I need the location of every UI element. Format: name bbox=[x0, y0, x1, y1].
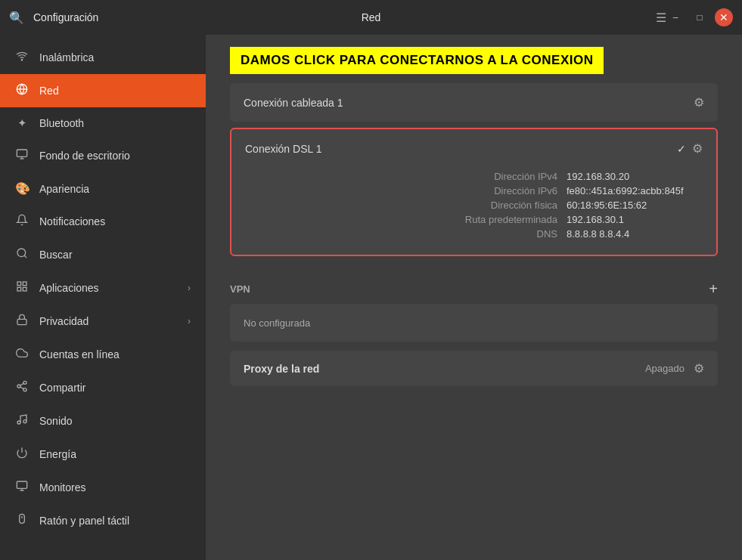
close-button[interactable]: ✕ bbox=[715, 8, 733, 26]
ipv4-value: 192.168.30.20 bbox=[567, 171, 703, 182]
display-icon bbox=[15, 480, 29, 495]
detail-row-dns: DNS 8.8.8.8 8.8.4.4 bbox=[245, 228, 703, 240]
sidebar-item-energia[interactable]: Energía bbox=[0, 438, 206, 471]
sidebar-label-inalambrica: Inalámbrica bbox=[39, 51, 94, 63]
dsl-gear-icon[interactable]: ⚙ bbox=[692, 141, 703, 156]
share-icon bbox=[15, 380, 29, 395]
mac-label: Dirección física bbox=[436, 200, 557, 211]
svg-rect-8 bbox=[17, 282, 21, 286]
sidebar-label-red: Red bbox=[39, 85, 59, 97]
wired-connection-card[interactable]: Conexión cableada 1 ⚙ bbox=[230, 83, 718, 122]
sidebar-item-bluetooth[interactable]: ✦ Bluetooth bbox=[0, 107, 206, 139]
sidebar-label-fondo: Fondo de escritorio bbox=[39, 150, 130, 162]
wired-connection-title: Conexión cableada 1 bbox=[244, 97, 694, 109]
sidebar-item-monitores[interactable]: Monitores bbox=[0, 471, 206, 504]
chevron-privacidad-icon: › bbox=[188, 316, 191, 326]
dsl-connection-header[interactable]: Conexión DSL 1 ✓ ⚙ bbox=[231, 129, 716, 168]
sidebar-item-compartir[interactable]: Compartir bbox=[0, 371, 206, 404]
svg-rect-12 bbox=[17, 319, 26, 324]
svg-point-15 bbox=[23, 388, 26, 391]
globe-icon bbox=[15, 83, 29, 98]
svg-rect-21 bbox=[17, 481, 26, 488]
menu-icon[interactable]: ☰ bbox=[656, 11, 666, 25]
vpn-add-button[interactable]: + bbox=[709, 280, 718, 298]
vpn-label: VPN bbox=[230, 283, 709, 295]
dns-label: DNS bbox=[436, 228, 557, 240]
sidebar-label-aplicaciones: Aplicaciones bbox=[39, 282, 99, 294]
ipv6-value: fe80::451a:6992:acbb:845f bbox=[567, 185, 703, 196]
sidebar-item-buscar[interactable]: Buscar bbox=[0, 238, 206, 271]
app-title: Configuración bbox=[33, 11, 656, 23]
main-layout: Inalámbrica Red ✦ Bluetooth Fondo de esc… bbox=[0, 35, 742, 560]
mac-value: 60:18:95:6E:15:62 bbox=[567, 200, 703, 211]
proxy-label: Proxy de la red bbox=[244, 363, 645, 375]
detail-row-mac: Dirección física 60:18:95:6E:15:62 bbox=[245, 200, 703, 211]
sidebar-item-cuentas[interactable]: Cuentas en línea bbox=[0, 338, 206, 371]
wired-gear-icon[interactable]: ⚙ bbox=[694, 95, 704, 110]
sidebar-label-apariencia: Apariencia bbox=[39, 183, 89, 195]
sidebar-label-privacidad: Privacidad bbox=[39, 315, 88, 327]
svg-rect-24 bbox=[20, 514, 25, 523]
svg-point-6 bbox=[17, 249, 26, 257]
sidebar-item-aplicaciones[interactable]: Aplicaciones › bbox=[0, 271, 206, 305]
sidebar-item-privacidad[interactable]: Privacidad › bbox=[0, 305, 206, 338]
sidebar-label-buscar: Buscar bbox=[39, 249, 73, 261]
appearance-icon: 🎨 bbox=[15, 181, 29, 196]
svg-point-14 bbox=[17, 385, 20, 388]
monitor-icon bbox=[15, 148, 29, 163]
cloud-icon bbox=[15, 347, 29, 362]
lock-icon bbox=[15, 314, 29, 329]
dsl-connection-details: Dirección IPv4 192.168.30.20 Dirección I… bbox=[231, 168, 716, 255]
annotation-banner: DAMOS CLICK PARA CONECTARNOS A LA CONEXI… bbox=[230, 47, 604, 74]
content-area: DAMOS CLICK PARA CONECTARNOS A LA CONEXI… bbox=[206, 35, 742, 560]
maximize-button[interactable]: □ bbox=[691, 8, 709, 26]
sidebar-item-fondo[interactable]: Fondo de escritorio bbox=[0, 139, 206, 172]
sidebar-item-apariencia[interactable]: 🎨 Apariencia bbox=[0, 172, 206, 205]
dns-value: 8.8.8.8 8.8.4.4 bbox=[567, 228, 703, 240]
sidebar-item-sonido[interactable]: Sonido bbox=[0, 404, 206, 438]
window-controls: – □ ✕ bbox=[666, 8, 733, 26]
search-sidebar-icon bbox=[15, 247, 29, 262]
vpn-section-header: VPN + bbox=[230, 268, 718, 304]
svg-rect-3 bbox=[17, 150, 26, 156]
sidebar-label-energia: Energía bbox=[39, 448, 76, 460]
grid-icon bbox=[15, 280, 29, 295]
proxy-status: Apagado bbox=[645, 363, 685, 374]
vpn-not-configured-text: No configurada bbox=[244, 317, 310, 329]
svg-point-19 bbox=[23, 420, 26, 423]
sidebar-item-notificaciones[interactable]: Notificaciones bbox=[0, 205, 206, 238]
bell-icon bbox=[15, 214, 29, 229]
checkmark-icon: ✓ bbox=[677, 143, 686, 155]
proxy-card[interactable]: Proxy de la red Apagado ⚙ bbox=[230, 351, 718, 386]
dsl-connection-card[interactable]: Conexión DSL 1 ✓ ⚙ Dirección IPv4 192.16… bbox=[230, 128, 718, 256]
sidebar-item-inalambrica[interactable]: Inalámbrica bbox=[0, 41, 206, 74]
sidebar-label-monitores: Monitores bbox=[39, 481, 85, 493]
sidebar-label-cuentas: Cuentas en línea bbox=[39, 348, 120, 360]
sidebar-item-red[interactable]: Red bbox=[0, 74, 206, 107]
proxy-gear-icon[interactable]: ⚙ bbox=[694, 361, 704, 376]
wired-connection-header[interactable]: Conexión cableada 1 ⚙ bbox=[230, 83, 718, 122]
sidebar-item-raton[interactable]: Ratón y panel táctil bbox=[0, 504, 206, 537]
svg-rect-11 bbox=[17, 287, 21, 291]
sidebar-label-raton: Ratón y panel táctil bbox=[39, 515, 129, 527]
svg-point-0 bbox=[21, 60, 22, 60]
chevron-aplicaciones-icon: › bbox=[188, 283, 191, 293]
sidebar-label-notificaciones: Notificaciones bbox=[39, 215, 105, 227]
mouse-icon bbox=[15, 513, 29, 528]
bluetooth-icon: ✦ bbox=[15, 116, 29, 130]
search-icon[interactable]: 🔍 bbox=[9, 11, 24, 25]
svg-line-17 bbox=[20, 383, 24, 385]
ipv6-label: Dirección IPv6 bbox=[436, 185, 557, 196]
gateway-value: 192.168.30.1 bbox=[567, 214, 703, 225]
titlebar: 🔍 Configuración ☰ Red – □ ✕ bbox=[0, 0, 742, 35]
gateway-label: Ruta predeterminada bbox=[436, 214, 557, 225]
svg-rect-9 bbox=[23, 282, 26, 286]
svg-line-7 bbox=[24, 255, 26, 258]
ipv4-label: Dirección IPv4 bbox=[436, 171, 557, 182]
sidebar: Inalámbrica Red ✦ Bluetooth Fondo de esc… bbox=[0, 35, 206, 560]
svg-rect-10 bbox=[23, 287, 26, 291]
minimize-button[interactable]: – bbox=[666, 8, 685, 26]
detail-row-gateway: Ruta predeterminada 192.168.30.1 bbox=[245, 214, 703, 225]
sidebar-label-bluetooth: Bluetooth bbox=[39, 117, 84, 129]
wifi-icon bbox=[15, 50, 29, 65]
